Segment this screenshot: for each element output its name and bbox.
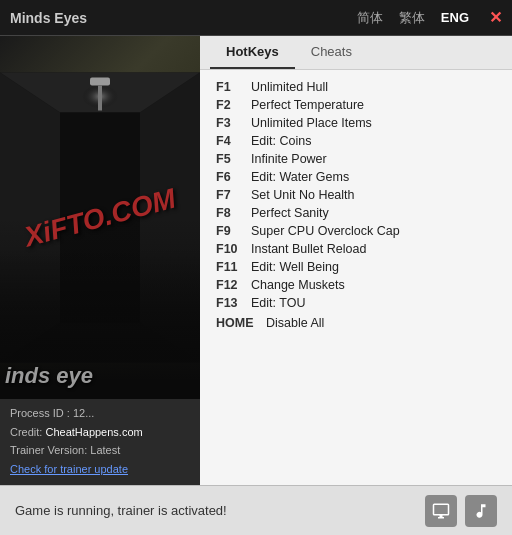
hotkey-row[interactable]: F2Perfect Temperature [216, 98, 496, 112]
hotkey-row[interactable]: F11Edit: Well Being [216, 260, 496, 274]
lang-traditional[interactable]: 繁体 [395, 7, 429, 29]
hotkey-key: HOME [216, 316, 266, 330]
hotkey-key: F5 [216, 152, 251, 166]
hotkey-row[interactable]: F1Unlimited Hull [216, 80, 496, 94]
hotkey-row[interactable]: F10Instant Bullet Reload [216, 242, 496, 256]
hotkey-row[interactable]: F5Infinite Power [216, 152, 496, 166]
title-bar: Minds Eyes 简体 繁体 ENG ✕ [0, 0, 512, 36]
hotkey-desc: Set Unit No Health [251, 188, 355, 202]
status-message: Game is running, trainer is activated! [15, 503, 227, 518]
hotkey-desc: Unlimited Place Items [251, 116, 372, 130]
status-icons [425, 495, 497, 527]
credit-label: Credit: [10, 426, 45, 438]
hotkey-row[interactable]: F4Edit: Coins [216, 134, 496, 148]
hotkey-desc: Edit: Coins [251, 134, 311, 148]
language-buttons: 简体 繁体 ENG ✕ [353, 7, 502, 29]
hotkey-row[interactable]: F7Set Unit No Health [216, 188, 496, 202]
lang-simplified[interactable]: 简体 [353, 7, 387, 29]
hotkey-desc: Perfect Sanity [251, 206, 329, 220]
hotkey-desc: Change Muskets [251, 278, 345, 292]
music-icon[interactable] [465, 495, 497, 527]
hotkey-key: F8 [216, 206, 251, 220]
hotkeys-list: F1Unlimited HullF2Perfect TemperatureF3U… [200, 70, 512, 485]
version-line: Trainer Version: Latest [10, 442, 190, 459]
process-id-line: Process ID : 12... [10, 405, 190, 422]
game-image-container: XiFTO.COM inds eye [0, 36, 200, 399]
hotkey-key: F4 [216, 134, 251, 148]
game-title-overlay: inds eye [5, 363, 93, 389]
status-bar: Game is running, trainer is activated! [0, 485, 512, 535]
hotkey-row[interactable]: F12Change Muskets [216, 278, 496, 292]
hotkey-key: F6 [216, 170, 251, 184]
hotkey-key: F11 [216, 260, 251, 274]
hotkey-key: F10 [216, 242, 251, 256]
hotkey-desc: Edit: Well Being [251, 260, 339, 274]
hotkey-row[interactable]: F9Super CPU Overclock Cap [216, 224, 496, 238]
hotkey-key: F12 [216, 278, 251, 292]
game-image: XiFTO.COM inds eye [0, 36, 200, 399]
right-panel: HotKeys Cheats F1Unlimited HullF2Perfect… [200, 36, 512, 485]
monitor-icon[interactable] [425, 495, 457, 527]
tab-hotkeys[interactable]: HotKeys [210, 36, 295, 69]
hotkey-desc: Super CPU Overclock Cap [251, 224, 400, 238]
lang-english[interactable]: ENG [437, 8, 473, 27]
hotkey-key: F1 [216, 80, 251, 94]
hotkey-desc: Edit: TOU [251, 296, 305, 310]
tabs-bar: HotKeys Cheats [200, 36, 512, 70]
hotkey-desc: Edit: Water Gems [251, 170, 349, 184]
hotkey-desc: Disable All [266, 316, 324, 330]
hotkey-row[interactable]: F8Perfect Sanity [216, 206, 496, 220]
hotkey-desc: Perfect Temperature [251, 98, 364, 112]
main-area: XiFTO.COM inds eye Process ID : 12... Cr… [0, 36, 512, 485]
tab-cheats[interactable]: Cheats [295, 36, 368, 69]
hotkey-desc: Unlimited Hull [251, 80, 328, 94]
update-link[interactable]: Check for trainer update [10, 463, 128, 475]
hotkey-desc: Infinite Power [251, 152, 327, 166]
bottom-info-panel: Process ID : 12... Credit: CheatHappens.… [0, 399, 200, 485]
credit-value: CheatHappens.com [45, 426, 142, 438]
hotkey-key: F9 [216, 224, 251, 238]
app-title: Minds Eyes [10, 10, 353, 26]
hotkey-key: F3 [216, 116, 251, 130]
hotkey-row[interactable]: HOMEDisable All [216, 316, 496, 330]
update-link-line[interactable]: Check for trainer update [10, 461, 190, 478]
svg-marker-4 [0, 323, 200, 363]
hotkey-row[interactable]: F6Edit: Water Gems [216, 170, 496, 184]
hotkey-row[interactable]: F13Edit: TOU [216, 296, 496, 310]
left-panel: XiFTO.COM inds eye Process ID : 12... Cr… [0, 36, 200, 485]
process-id-value: 12... [73, 407, 94, 419]
hotkey-key: F2 [216, 98, 251, 112]
version-value: Latest [90, 444, 120, 456]
close-button[interactable]: ✕ [489, 8, 502, 27]
hotkey-desc: Instant Bullet Reload [251, 242, 366, 256]
hotkey-key: F13 [216, 296, 251, 310]
version-label: Trainer Version: [10, 444, 90, 456]
credit-line: Credit: CheatHappens.com [10, 424, 190, 441]
hotkey-row[interactable]: F3Unlimited Place Items [216, 116, 496, 130]
process-label: Process ID : [10, 407, 73, 419]
hotkey-key: F7 [216, 188, 251, 202]
